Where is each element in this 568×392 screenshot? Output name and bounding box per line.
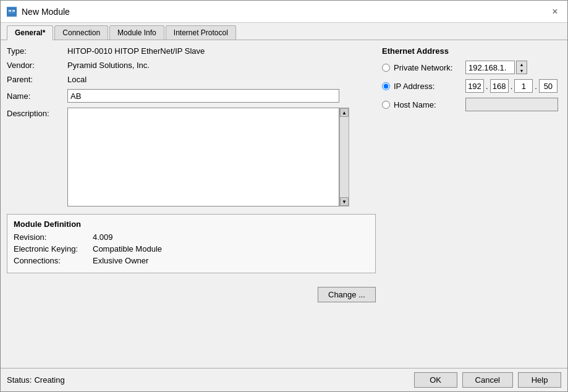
ip-octet4-input[interactable] bbox=[539, 79, 557, 93]
description-row: Description: ▲ ▼ bbox=[7, 108, 376, 207]
scroll-up-btn[interactable]: ▲ bbox=[340, 108, 349, 117]
ip-address-radio[interactable] bbox=[382, 82, 390, 90]
hostname-radio[interactable] bbox=[382, 101, 390, 109]
connections-row: Connections: Exlusive Owner bbox=[14, 256, 369, 265]
ip-address-input-group: . . . bbox=[465, 79, 557, 93]
revision-value: 4.009 bbox=[93, 232, 113, 242]
status-label: Status: bbox=[7, 375, 32, 385]
svg-rect-1 bbox=[9, 10, 11, 12]
spin-up-btn[interactable]: ▲ bbox=[517, 61, 527, 67]
ip-octet1-input[interactable] bbox=[465, 79, 484, 93]
ok-button[interactable]: OK bbox=[414, 372, 457, 388]
title-bar-left: New Module bbox=[7, 7, 70, 17]
connections-label: Connections: bbox=[14, 256, 88, 265]
type-label: Type: bbox=[7, 46, 62, 56]
ip-address-label: IP Address: bbox=[394, 82, 462, 91]
ip-dot-3: . bbox=[534, 82, 538, 91]
type-value: HITOP-0010 HITOP EtherNet/IP Slave bbox=[67, 46, 205, 56]
parent-label: Parent: bbox=[7, 75, 62, 84]
keying-value: Compatible Module bbox=[93, 244, 162, 254]
tab-connection[interactable]: Connection bbox=[54, 25, 108, 40]
name-input[interactable] bbox=[67, 89, 339, 103]
vendor-value: Pyramid Solutions, Inc. bbox=[67, 61, 150, 70]
revision-label: Revision: bbox=[14, 232, 88, 242]
ethernet-section: Ethernet Address Private Network: ▲ ▼ bbox=[382, 46, 561, 116]
cancel-button[interactable]: Cancel bbox=[462, 372, 513, 388]
ip-dot-2: . bbox=[510, 82, 514, 91]
svg-rect-2 bbox=[12, 10, 15, 12]
ip-address-row: IP Address: . . . bbox=[382, 79, 561, 93]
right-panel: Ethernet Address Private Network: ▲ ▼ bbox=[382, 46, 561, 362]
hostname-input[interactable] bbox=[465, 98, 558, 111]
private-network-row: Private Network: ▲ ▼ bbox=[382, 61, 561, 74]
new-module-dialog: New Module × General* Connection Module … bbox=[0, 0, 568, 392]
keying-row: Electronic Keying: Compatible Module bbox=[14, 244, 369, 254]
connections-value: Exlusive Owner bbox=[93, 256, 148, 265]
title-bar: New Module × bbox=[1, 1, 567, 23]
ethernet-title: Ethernet Address bbox=[382, 46, 561, 56]
private-network-input[interactable] bbox=[465, 61, 515, 74]
scroll-down-btn[interactable]: ▼ bbox=[340, 197, 349, 206]
change-button[interactable]: Change ... bbox=[318, 287, 376, 302]
spin-down-btn[interactable]: ▼ bbox=[517, 67, 527, 74]
ip-octet3-input[interactable] bbox=[514, 79, 533, 93]
hostname-row: Host Name: bbox=[382, 98, 561, 111]
description-label: Description: bbox=[7, 108, 62, 118]
tab-module-info[interactable]: Module Info bbox=[109, 25, 164, 40]
ip-octet2-input[interactable] bbox=[490, 79, 509, 93]
revision-row: Revision: 4.009 bbox=[14, 232, 369, 242]
status-bar: Status: Creating OK Cancel Help bbox=[1, 368, 567, 391]
vendor-label: Vendor: bbox=[7, 61, 62, 70]
type-row: Type: HITOP-0010 HITOP EtherNet/IP Slave bbox=[7, 46, 376, 56]
private-network-radio[interactable] bbox=[382, 64, 390, 72]
close-button[interactable]: × bbox=[549, 6, 561, 18]
private-network-spinner[interactable]: ▲ ▼ bbox=[516, 61, 527, 74]
vendor-row: Vendor: Pyramid Solutions, Inc. bbox=[7, 61, 376, 70]
content-area: Type: HITOP-0010 HITOP EtherNet/IP Slave… bbox=[1, 40, 567, 368]
description-input[interactable] bbox=[67, 108, 339, 207]
bottom-buttons: OK Cancel Help bbox=[414, 372, 561, 388]
tab-internet-protocol[interactable]: Internet Protocol bbox=[166, 25, 236, 40]
private-network-input-group: ▲ ▼ bbox=[465, 61, 527, 74]
status-value: Creating bbox=[34, 375, 64, 385]
parent-value: Local bbox=[67, 75, 87, 84]
tab-general[interactable]: General* bbox=[7, 25, 53, 40]
dialog-title: New Module bbox=[22, 7, 70, 17]
name-row: Name: bbox=[7, 89, 376, 103]
help-button[interactable]: Help bbox=[518, 372, 561, 388]
hostname-label: Host Name: bbox=[394, 100, 462, 109]
left-panel: Type: HITOP-0010 HITOP EtherNet/IP Slave… bbox=[7, 46, 376, 362]
private-network-label: Private Network: bbox=[394, 63, 462, 72]
status-text-group: Status: Creating bbox=[7, 375, 65, 385]
module-definition-section: Module Definition Revision: 4.009 Electr… bbox=[7, 214, 376, 273]
module-def-title: Module Definition bbox=[14, 219, 369, 229]
name-label: Name: bbox=[7, 92, 62, 101]
module-icon bbox=[7, 7, 17, 17]
parent-row: Parent: Local bbox=[7, 75, 376, 84]
tab-bar: General* Connection Module Info Internet… bbox=[1, 23, 567, 40]
ip-dot-1: . bbox=[485, 82, 489, 91]
keying-label: Electronic Keying: bbox=[14, 244, 88, 254]
description-scrollbar[interactable]: ▲ ▼ bbox=[339, 108, 349, 207]
